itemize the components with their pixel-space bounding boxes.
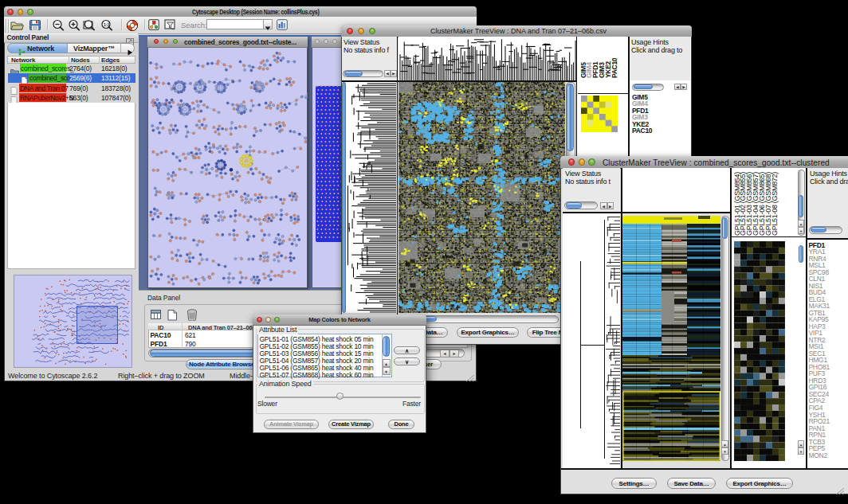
svg-text:1:1: 1:1 <box>104 22 109 27</box>
